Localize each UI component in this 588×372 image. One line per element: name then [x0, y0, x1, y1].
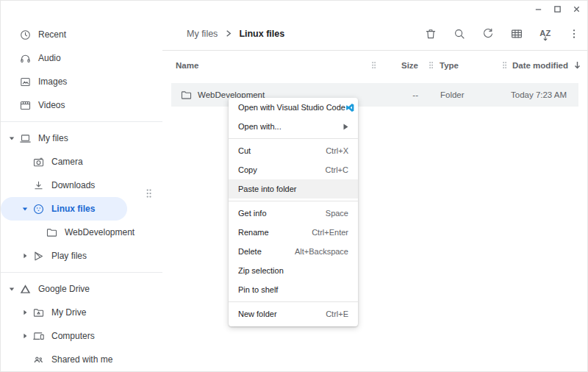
- folder-icon: [180, 83, 193, 107]
- sidebar-item-audio[interactable]: Audio: [1, 46, 162, 70]
- drag-handle-icon: [371, 61, 376, 69]
- grid-view-icon: [510, 27, 523, 40]
- minimize-button[interactable]: [533, 4, 543, 14]
- grid-view-button[interactable]: [508, 25, 526, 43]
- sidebar-item-videos[interactable]: Videos: [1, 93, 162, 117]
- drive-folder-icon: [32, 306, 45, 319]
- sidebar-item-recent[interactable]: Recent: [1, 23, 162, 46]
- menu-item-copy[interactable]: Copy Ctrl+C: [229, 160, 358, 179]
- menu-divider: [229, 201, 358, 201]
- column-header-name[interactable]: Name: [176, 51, 198, 80]
- sidebar-item-my-drive[interactable]: My Drive: [1, 301, 162, 324]
- sidebar-item-linux-files[interactable]: Linux files: [1, 197, 127, 221]
- sidebar-item-downloads[interactable]: Downloads: [1, 174, 162, 197]
- sidebar-item-label: Play files: [51, 251, 87, 261]
- sidebar-item-label: My Drive: [51, 307, 86, 318]
- sidebar: Recent Audio Images Videos: [1, 17, 162, 371]
- main-panel: My files Linux files AZ: [162, 17, 587, 371]
- files-app-window: Recent Audio Images Videos: [0, 0, 588, 372]
- sidebar-item-label: Videos: [38, 100, 65, 110]
- sidebar-item-images[interactable]: Images: [1, 70, 162, 93]
- file-list-header: Name Size Type Date modified: [162, 51, 587, 80]
- sidebar-item-camera[interactable]: Camera: [1, 150, 162, 174]
- sidebar-item-webdevelopment[interactable]: WebDevelopment: [1, 221, 162, 244]
- sidebar-item-label: Recent: [38, 29, 66, 40]
- maximize-button[interactable]: [552, 4, 562, 14]
- menu-item-open-with-vscode[interactable]: Open with Visual Studio Code: [229, 98, 358, 117]
- sidebar-item-label: Shared with me: [51, 354, 112, 365]
- menu-item-rename[interactable]: Rename Ctrl+Enter: [229, 223, 358, 242]
- drag-handle-icon: [502, 61, 507, 69]
- sidebar-item-label: WebDevelopment: [65, 227, 135, 237]
- kebab-menu-icon: [567, 27, 581, 40]
- menu-item-cut[interactable]: Cut Ctrl+X: [229, 141, 358, 160]
- trash-icon: [424, 27, 437, 40]
- menu-item-open-with[interactable]: Open with...: [229, 117, 358, 136]
- chevron-right-icon[interactable]: [18, 329, 32, 343]
- more-button[interactable]: [565, 25, 583, 43]
- vscode-icon: [345, 103, 355, 112]
- breadcrumb: My files Linux files: [162, 29, 284, 39]
- refresh-icon: [481, 27, 495, 40]
- sidebar-item-label: Computers: [51, 331, 95, 341]
- titlebar: [1, 1, 587, 17]
- sidebar-item-label: Camera: [51, 157, 83, 167]
- google-drive-icon: [18, 282, 32, 296]
- linux-penguin-icon: [32, 202, 45, 215]
- breadcrumb-my-files[interactable]: My files: [187, 29, 218, 39]
- column-resize-handle[interactable]: [502, 61, 507, 71]
- close-icon: [573, 5, 581, 13]
- chevron-down-icon[interactable]: [18, 202, 32, 215]
- sidebar-item-play-files[interactable]: Play files: [1, 244, 162, 268]
- people-icon: [32, 353, 45, 366]
- delete-button[interactable]: [422, 25, 440, 43]
- devices-icon: [32, 329, 45, 343]
- search-button[interactable]: [451, 25, 468, 43]
- chevron-down-icon[interactable]: [5, 282, 18, 296]
- menu-item-new-folder[interactable]: New folder Ctrl+E: [229, 304, 358, 323]
- menu-item-zip-selection[interactable]: Zip selection: [229, 261, 358, 280]
- sidebar-item-computers[interactable]: Computers: [1, 324, 162, 348]
- sort-button[interactable]: AZ: [537, 25, 554, 43]
- minimize-icon: [534, 5, 542, 13]
- column-header-date-modified[interactable]: Date modified: [512, 51, 581, 80]
- menu-divider: [229, 301, 358, 302]
- column-resize-handle[interactable]: [429, 61, 434, 71]
- menu-item-pin-to-shelf[interactable]: Pin to shelf: [229, 280, 358, 299]
- sidebar-divider: [1, 272, 162, 273]
- chevron-right-icon: [224, 29, 232, 37]
- laptop-icon: [18, 132, 32, 145]
- menu-item-paste-into-folder[interactable]: Paste into folder: [229, 179, 358, 198]
- file-date-modified: Today 7:23 AM: [511, 83, 567, 107]
- chevron-right-icon[interactable]: [18, 249, 32, 262]
- chevron-right-icon[interactable]: [18, 306, 32, 319]
- chevron-down-icon[interactable]: [5, 132, 18, 145]
- search-icon: [453, 27, 466, 40]
- sidebar-item-label: Downloads: [51, 180, 95, 190]
- sort-descending-arrow-icon: [573, 61, 581, 71]
- toolbar-icons: AZ: [422, 25, 587, 43]
- sidebar-item-google-drive[interactable]: Google Drive: [1, 277, 162, 301]
- refresh-button[interactable]: [479, 25, 497, 43]
- camera-icon: [32, 155, 45, 168]
- folder-icon: [45, 226, 58, 239]
- sidebar-item-shared-with-me[interactable]: Shared with me: [1, 348, 162, 371]
- menu-divider: [229, 138, 358, 139]
- sidebar-item-my-files[interactable]: My files: [1, 126, 162, 150]
- breadcrumb-linux-files: Linux files: [239, 29, 284, 39]
- file-size: --: [412, 83, 418, 107]
- menu-item-delete[interactable]: Delete Alt+Backspace: [229, 242, 358, 261]
- column-resize-handle[interactable]: [371, 61, 376, 71]
- sidebar-item-label: My files: [38, 133, 68, 143]
- sidebar-resize-handle[interactable]: [146, 188, 152, 201]
- sidebar-item-label: Audio: [38, 53, 61, 63]
- clock-icon: [18, 28, 32, 41]
- sort-az-icon: AZ: [539, 29, 551, 37]
- column-header-size[interactable]: Size: [401, 51, 418, 80]
- context-menu: Open with Visual Studio Code Open with..…: [229, 98, 358, 326]
- menu-item-get-info[interactable]: Get info Space: [229, 204, 358, 223]
- column-header-type[interactable]: Type: [440, 51, 459, 80]
- sidebar-divider: [1, 121, 162, 122]
- close-button[interactable]: [571, 4, 581, 14]
- maximize-icon: [553, 5, 562, 13]
